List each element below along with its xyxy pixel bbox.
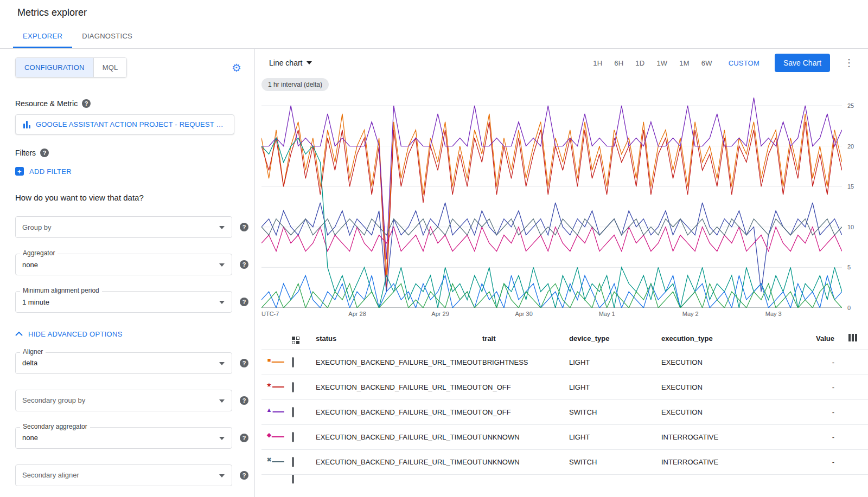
col-status[interactable]: status — [316, 334, 482, 343]
cell-status: EXECUTION_BACKEND_FAILURE_URL_TIMEOUT — [316, 458, 482, 466]
row-checkbox[interactable] — [292, 357, 294, 367]
help-icon[interactable]: ? — [240, 434, 248, 442]
legend-grid-icon[interactable] — [292, 337, 299, 344]
range-1d[interactable]: 1D — [635, 59, 644, 67]
aggregator-row: Aggregator none ? — [15, 254, 239, 275]
aggregator-value: none — [22, 261, 38, 269]
chart-type-select[interactable]: Line chart — [269, 59, 312, 67]
cell-trait: UNKNOWN — [482, 433, 569, 441]
top-tabs: EXPLORER DIAGNOSTICS — [0, 25, 868, 49]
chevron-down-icon — [219, 263, 225, 267]
aggregator-label: Aggregator — [20, 249, 58, 257]
settings-gear-icon[interactable]: ⚙ — [232, 62, 241, 73]
time-range-group: 1H 6H 1D 1W 1M 6W CUSTOM Save Chart ⋮ — [593, 54, 856, 72]
chart-type-label: Line chart — [269, 59, 302, 67]
help-icon[interactable]: ? — [82, 99, 91, 108]
chart-panel: Line chart 1H 6H 1D 1W 1M 6W CUSTOM Save… — [255, 49, 868, 497]
chevron-up-icon — [15, 332, 23, 336]
aggregator-select[interactable]: Aggregator none — [15, 254, 232, 275]
range-6w[interactable]: 6W — [701, 59, 712, 67]
help-icon[interactable]: ? — [240, 396, 248, 405]
resource-metric-button[interactable]: GOOGLE ASSISTANT ACTION PROJECT - REQUES… — [15, 114, 234, 134]
resource-metric-label: Resource & Metric — [15, 99, 78, 108]
bar-chart-icon — [23, 121, 30, 128]
chart-area: 0510152025 UTC-7Apr 28Apr 29Apr 30May 1M… — [255, 95, 868, 320]
table-row: ✖ EXECUTION_BACKEND_FAILURE_URL_TIMEOUT … — [261, 450, 868, 475]
cell-device-type: SWITCH — [569, 408, 661, 416]
alignment-period-label: Minimum alignment period — [20, 287, 102, 294]
secondary-aggregator-row: Secondary aggregator none ? — [15, 427, 239, 449]
help-icon[interactable]: ? — [240, 260, 248, 269]
range-6h[interactable]: 6H — [614, 59, 623, 67]
row-checkbox[interactable] — [292, 432, 294, 442]
cell-execution-type: EXECUTION — [661, 358, 800, 366]
col-device-type[interactable]: device_type — [569, 334, 661, 343]
mql-tab[interactable]: MQL — [93, 58, 127, 77]
secondary-aggregator-select[interactable]: Secondary aggregator none — [15, 427, 232, 449]
cell-value: - — [800, 458, 838, 466]
resource-metric-value: GOOGLE ASSISTANT ACTION PROJECT - REQUES… — [36, 120, 226, 128]
help-icon[interactable]: ? — [40, 149, 49, 157]
cell-device-type: SWITCH — [569, 458, 661, 466]
secondary-group-by-row: Secondary group by ? — [15, 390, 239, 411]
alignment-period-select[interactable]: Minimum alignment period 1 minute — [15, 291, 232, 313]
chevron-down-icon — [219, 437, 225, 440]
secondary-aligner-select[interactable]: Secondary aligner — [15, 464, 232, 486]
secondary-aligner-row: Secondary aligner ? — [15, 464, 239, 486]
aligner-select[interactable]: Aligner delta — [15, 352, 232, 374]
secondary-aligner-placeholder: Secondary aligner — [22, 471, 79, 479]
tab-explorer[interactable]: EXPLORER — [13, 25, 72, 48]
page-title: Metrics explorer — [17, 7, 87, 18]
cell-trait: BRIGHTNESS — [482, 358, 569, 366]
group-by-select[interactable]: Group by — [15, 216, 232, 238]
chevron-down-icon — [219, 362, 225, 365]
range-1w[interactable]: 1W — [656, 59, 667, 67]
table-row: ■ EXECUTION_BACKEND_FAILURE_URL_TIMEOUT … — [261, 350, 868, 375]
row-checkbox[interactable] — [292, 475, 294, 483]
kebab-menu-icon[interactable]: ⋮ — [842, 57, 856, 69]
table-row-partial — [261, 475, 868, 483]
cell-execution-type: INTERROGATIVE — [661, 458, 800, 466]
help-icon[interactable]: ? — [240, 298, 248, 306]
alignment-period-value: 1 minute — [22, 298, 49, 306]
line-chart — [261, 98, 842, 308]
group-by-row: Group by ? — [15, 216, 239, 238]
row-checkbox[interactable] — [292, 382, 294, 392]
aligner-value: delta — [22, 359, 37, 367]
cell-value: - — [800, 433, 838, 441]
y-axis-labels: 0510152025 — [842, 98, 860, 308]
secondary-aggregator-value: none — [22, 434, 38, 442]
range-1h[interactable]: 1H — [593, 59, 602, 67]
range-1m[interactable]: 1M — [679, 59, 689, 67]
help-icon[interactable]: ? — [240, 359, 248, 367]
configuration-tab[interactable]: CONFIGURATION — [16, 58, 93, 77]
col-trait[interactable]: trait — [482, 334, 569, 343]
plus-icon: + — [15, 167, 24, 176]
cell-trait: ON_OFF — [482, 383, 569, 391]
help-icon[interactable]: ? — [240, 471, 248, 480]
row-checkbox[interactable] — [292, 457, 294, 467]
add-filter-button[interactable]: + ADD FILTER — [15, 167, 72, 176]
cell-status: EXECUTION_BACKEND_FAILURE_URL_TIMEOUT — [316, 358, 482, 366]
hide-advanced-options-button[interactable]: HIDE ADVANCED OPTIONS — [15, 330, 123, 338]
interval-chip: 1 hr interval (delta) — [261, 78, 329, 91]
cell-trait: ON_OFF — [482, 408, 569, 416]
save-chart-button[interactable]: Save Chart — [775, 54, 830, 72]
col-value[interactable]: Value — [800, 334, 838, 343]
chart-canvas[interactable] — [261, 98, 842, 308]
cell-execution-type: EXECUTION — [661, 408, 800, 416]
cell-execution-type: EXECUTION — [661, 383, 800, 391]
secondary-aggregator-label: Secondary aggregator — [20, 423, 90, 430]
column-settings-icon[interactable] — [848, 334, 857, 341]
filters-label: Filters — [15, 149, 36, 157]
main-layout: CONFIGURATION MQL ⚙ Resource & Metric ? … — [0, 49, 868, 497]
col-execution-type[interactable]: execution_type — [661, 334, 800, 343]
help-icon[interactable]: ? — [240, 223, 248, 231]
row-checkbox[interactable] — [292, 407, 294, 417]
secondary-group-by-select[interactable]: Secondary group by — [15, 390, 232, 411]
config-mode-row: CONFIGURATION MQL ⚙ — [0, 49, 254, 85]
hide-advanced-label: HIDE ADVANCED OPTIONS — [28, 330, 123, 338]
cell-status: EXECUTION_BACKEND_FAILURE_URL_TIMEOUT — [316, 408, 482, 416]
range-custom[interactable]: CUSTOM — [729, 59, 760, 67]
tab-diagnostics[interactable]: DIAGNOSTICS — [72, 25, 142, 48]
